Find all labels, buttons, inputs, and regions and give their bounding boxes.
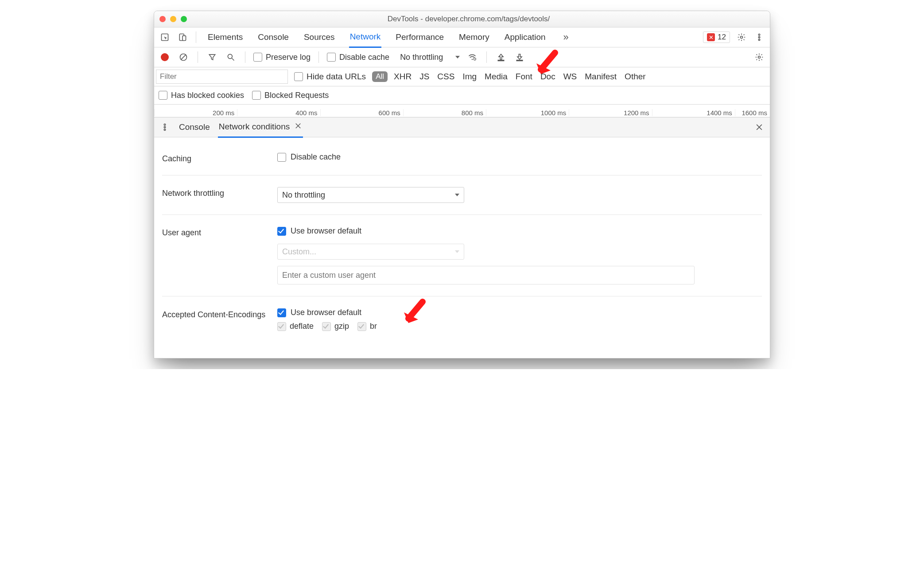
timeline-tick: 1000 ms [486,109,569,116]
svg-point-16 [164,124,165,125]
svg-point-18 [164,129,165,130]
error-icon: ✕ [707,33,715,41]
caching-label: Caching [162,152,277,164]
timeline-tick: 1200 ms [569,109,652,116]
ua-custom-dropdown: Custom... [277,244,464,260]
network-conditions-icon[interactable] [466,51,478,63]
drawer-tab-console[interactable]: Console [178,117,211,137]
filter-type-all[interactable]: All [372,71,388,82]
timeline-tick: 400 ms [237,109,320,116]
more-tabs-icon[interactable]: » [560,31,572,43]
close-drawer-icon[interactable] [753,121,765,133]
drawer-kebab-menu-icon[interactable] [159,121,171,133]
network-filter-bar: Hide data URLs All XHR JS CSS Img Media … [154,67,770,86]
svg-point-12 [474,58,476,60]
filter-type-manifest[interactable]: Manifest [585,72,617,82]
filter-input[interactable] [156,70,288,84]
network-settings-icon[interactable] [753,51,765,63]
timeline-tick: 200 ms [154,109,237,116]
tab-elements[interactable]: Elements [207,27,244,47]
svg-line-10 [232,58,234,61]
svg-point-5 [758,36,760,38]
filter-type-other[interactable]: Other [625,72,646,82]
filter-type-ws[interactable]: WS [563,72,577,82]
encoding-gzip-checkbox: gzip [322,322,349,331]
user-agent-label: User agent [162,226,277,237]
encoding-br-checkbox: br [357,322,377,331]
throttling-dropdown[interactable]: No throttling [277,187,464,203]
svg-point-9 [228,54,232,58]
window-titlebar: DevTools - developer.chrome.com/tags/dev… [154,11,770,27]
svg-point-11 [472,59,473,60]
record-button[interactable] [159,51,171,63]
network-timeline[interactable]: 200 ms 400 ms 600 ms 800 ms 1000 ms 1200… [154,105,770,117]
has-blocked-cookies-checkbox[interactable]: Has blocked cookies [159,91,244,100]
window-title: DevTools - developer.chrome.com/tags/dev… [167,15,770,23]
filter-type-js[interactable]: JS [419,72,429,82]
encoding-deflate-checkbox: deflate [277,322,314,331]
chevron-down-icon [455,56,460,58]
throttling-label: Network throttling [162,187,277,198]
drawer-tabbar: Console Network conditions [154,117,770,137]
close-tab-icon[interactable] [294,122,302,132]
download-har-icon[interactable] [513,51,526,63]
timeline-tick: 600 ms [320,109,403,116]
svg-rect-13 [498,60,504,61]
ua-custom-input [277,266,695,284]
encodings-browser-default-checkbox[interactable]: Use browser default [277,308,762,317]
svg-rect-14 [517,60,523,61]
svg-point-4 [758,34,760,35]
inspect-element-icon[interactable] [159,31,171,43]
svg-point-3 [741,36,743,39]
tab-network[interactable]: Network [349,27,382,48]
timeline-tick: 1400 ms [652,109,735,116]
blocked-requests-checkbox[interactable]: Blocked Requests [252,91,329,100]
network-conditions-panel: Caching Disable cache Network throttling… [154,137,770,358]
tab-performance[interactable]: Performance [395,27,445,47]
throttling-select[interactable]: No throttling [400,53,460,62]
filter-type-media[interactable]: Media [485,72,508,82]
svg-point-17 [164,126,165,128]
clear-icon[interactable] [177,51,190,63]
error-count-badge[interactable]: ✕ 12 [703,31,730,43]
svg-point-6 [758,39,760,40]
tab-memory[interactable]: Memory [458,27,490,47]
tab-console[interactable]: Console [257,27,290,47]
filter-type-img[interactable]: Img [462,72,477,82]
chevron-down-icon [455,194,459,196]
network-options-row: Has blocked cookies Blocked Requests [154,86,770,105]
network-toolbar: Preserve log Disable cache No throttling [154,47,770,67]
panel-disable-cache-checkbox[interactable]: Disable cache [277,152,762,162]
disable-cache-checkbox[interactable]: Disable cache [327,53,389,62]
kebab-menu-icon[interactable] [753,31,765,43]
svg-line-8 [181,55,186,60]
filter-type-doc[interactable]: Doc [540,72,555,82]
content-encodings-label: Accepted Content-Encodings [162,308,277,320]
svg-point-15 [758,56,761,58]
timeline-tick: 800 ms [403,109,486,116]
preserve-log-checkbox[interactable]: Preserve log [253,53,311,62]
filter-icon[interactable] [206,51,218,63]
devtools-main-tabbar: Elements Console Sources Network Perform… [154,27,770,47]
close-window-button[interactable] [159,16,166,22]
filter-type-css[interactable]: CSS [437,72,454,82]
device-toolbar-icon[interactable] [176,31,189,43]
error-count: 12 [718,33,726,42]
drawer-tab-network-conditions[interactable]: Network conditions [218,117,303,138]
search-icon[interactable] [225,51,237,63]
hide-data-urls-checkbox[interactable]: Hide data URLs [294,72,366,82]
settings-icon[interactable] [735,31,748,43]
upload-har-icon[interactable] [495,51,507,63]
ua-browser-default-checkbox[interactable]: Use browser default [277,226,762,236]
filter-type-font[interactable]: Font [516,72,532,82]
timeline-tick: 1600 ms [735,109,770,116]
svg-rect-2 [182,36,186,41]
tab-sources[interactable]: Sources [303,27,336,47]
tab-application[interactable]: Application [504,27,547,47]
filter-type-xhr[interactable]: XHR [394,72,412,82]
chevron-down-icon [455,250,459,253]
